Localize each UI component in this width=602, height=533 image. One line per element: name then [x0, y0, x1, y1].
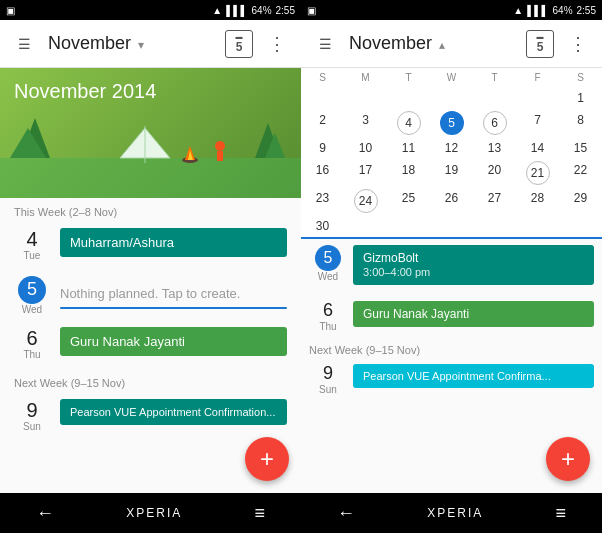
right-signal-bars: ▌▌▌ — [527, 5, 548, 16]
left-nothing-text[interactable]: Nothing planned. Tap to create. — [60, 276, 287, 303]
left-fab[interactable]: + — [245, 437, 289, 481]
right-status-left: ▣ — [307, 5, 316, 16]
left-day-5: 5 Wed Nothing planned. Tap to create. — [0, 270, 301, 321]
left-event-muharram[interactable]: Muharram/Ashura — [60, 228, 287, 257]
right-time: 2:55 — [577, 5, 596, 16]
left-home-button[interactable]: XPERIA — [126, 506, 182, 520]
right-cal-25[interactable]: 25 — [387, 187, 430, 215]
left-day-9-label: 9 Sun — [14, 399, 50, 432]
right-more-button[interactable]: ⋮ — [562, 28, 594, 60]
left-day-4-label: 4 Tue — [14, 228, 50, 261]
left-battery: 64% — [252, 5, 272, 16]
right-cal-19[interactable]: 19 — [430, 159, 473, 187]
right-cal-30[interactable]: 30 — [301, 215, 344, 237]
right-menu-nav-button[interactable]: ≡ — [555, 503, 566, 524]
right-cal-13[interactable]: 13 — [473, 137, 516, 159]
left-day-4-events: Muharram/Ashura — [60, 228, 287, 261]
left-back-button[interactable]: ← — [36, 503, 54, 524]
right-event-guru[interactable]: Guru Nanak Jayanti — [353, 301, 594, 327]
right-cal-4[interactable]: 4 — [397, 111, 421, 135]
right-cal-11[interactable]: 11 — [387, 137, 430, 159]
right-back-button[interactable]: ← — [337, 503, 355, 524]
right-cal-empty-4 — [430, 87, 473, 109]
right-week2-header: Next Week (9–15 Nov) — [301, 338, 602, 358]
right-cal-22[interactable]: 22 — [559, 159, 602, 187]
right-battery: 64% — [553, 5, 573, 16]
right-day-6: 6 Thu Guru Nanak Jayanti — [301, 295, 602, 338]
right-wd-f: F — [516, 70, 559, 85]
right-cal-6[interactable]: 6 — [483, 111, 507, 135]
left-title-text: November — [48, 33, 131, 53]
left-cal-num: 5 — [236, 40, 243, 54]
right-dropdown-icon[interactable]: ▴ — [439, 38, 445, 52]
right-cal-7[interactable]: 7 — [516, 109, 559, 137]
left-today-line — [60, 307, 287, 309]
left-day-6: 6 Thu Guru Nanak Jayanti — [0, 321, 301, 369]
right-cal-15[interactable]: 15 — [559, 137, 602, 159]
left-status-left: ▣ — [6, 5, 15, 16]
right-event-pearson[interactable]: Pearson VUE Appointment Confirma... — [353, 364, 594, 388]
right-cal-1[interactable]: 1 — [559, 87, 602, 109]
left-day-4-name: Tue — [14, 250, 50, 261]
right-cal-17[interactable]: 17 — [344, 159, 387, 187]
left-day-4-num: 4 — [14, 228, 50, 250]
right-cal-12[interactable]: 12 — [430, 137, 473, 159]
right-status-bar: ▣ ▲ ▌▌▌ 64% 2:55 — [301, 0, 602, 20]
right-wifi-icon: ▲ — [513, 5, 523, 16]
right-cal-empty-1 — [301, 87, 344, 109]
left-panel: ▣ ▲ ▌▌▌ 64% 2:55 ☰ November ▾ ▬ 5 ⋮ Nove… — [0, 0, 301, 533]
right-cal-18[interactable]: 18 — [387, 159, 430, 187]
left-nav-bar: ← XPERIA ≡ — [0, 493, 301, 533]
left-menu-button[interactable]: ☰ — [8, 28, 40, 60]
right-cal-20[interactable]: 20 — [473, 159, 516, 187]
right-cal-24[interactable]: 24 — [354, 189, 378, 213]
right-cal-27[interactable]: 27 — [473, 187, 516, 215]
right-day-5-name: Wed — [309, 271, 347, 282]
right-menu-button[interactable]: ☰ — [309, 28, 341, 60]
right-cal-28[interactable]: 28 — [516, 187, 559, 215]
right-cal-26[interactable]: 26 — [430, 187, 473, 215]
right-cal-21[interactable]: 21 — [526, 161, 550, 185]
left-event-pearson[interactable]: Pearson VUE Appointment Confirmation... — [60, 399, 287, 425]
left-more-button[interactable]: ⋮ — [261, 28, 293, 60]
right-day-6-name: Thu — [309, 321, 347, 332]
left-calendar-button[interactable]: ▬ 5 — [225, 30, 253, 58]
left-day-5-num: 5 — [18, 276, 46, 304]
right-day-9: 9 Sun Pearson VUE Appointment Confirma..… — [301, 358, 602, 401]
right-cal-10[interactable]: 10 — [344, 137, 387, 159]
right-event-gizmobolt[interactable]: GizmoBolt3:00–4:00 pm — [353, 245, 594, 285]
right-cal-14[interactable]: 14 — [516, 137, 559, 159]
right-day-9-label: 9 Sun — [309, 364, 347, 395]
right-cal-23[interactable]: 23 — [301, 187, 344, 215]
right-day-9-num: 9 — [309, 364, 347, 384]
right-home-button[interactable]: XPERIA — [427, 506, 483, 520]
right-cal-16[interactable]: 16 — [301, 159, 344, 187]
right-day-6-label: 6 Thu — [309, 301, 347, 332]
right-cal-9[interactable]: 9 — [301, 137, 344, 159]
right-title-text: November — [349, 33, 432, 53]
right-event-gizmobolt-time: 3:00–4:00 pm — [363, 266, 430, 278]
right-cal-num: 5 — [537, 40, 544, 54]
right-cal-5[interactable]: 5 — [440, 111, 464, 135]
left-day-9: 9 Sun Pearson VUE Appointment Confirmati… — [0, 393, 301, 441]
left-day-9-name: Sun — [14, 421, 50, 432]
right-cal-29[interactable]: 29 — [559, 187, 602, 215]
right-day-5-events: GizmoBolt3:00–4:00 pm — [353, 245, 594, 289]
svg-rect-0 — [0, 158, 301, 198]
right-toolbar-icons: ▬ 5 ⋮ — [526, 28, 594, 60]
right-fab[interactable]: + — [546, 437, 590, 481]
right-cal-3[interactable]: 3 — [344, 109, 387, 137]
left-dropdown-icon[interactable]: ▾ — [138, 38, 144, 52]
right-calendar-button[interactable]: ▬ 5 — [526, 30, 554, 58]
right-day-9-name: Sun — [309, 384, 347, 395]
right-wd-s2: S — [559, 70, 602, 85]
left-day-5-label: 5 Wed — [14, 276, 50, 315]
left-event-guru[interactable]: Guru Nanak Jayanti — [60, 327, 287, 356]
right-cal-2[interactable]: 2 — [301, 109, 344, 137]
right-cal-8[interactable]: 8 — [559, 109, 602, 137]
left-toolbar: ☰ November ▾ ▬ 5 ⋮ — [0, 20, 301, 68]
left-day-5-events: Nothing planned. Tap to create. — [60, 276, 287, 309]
right-cal-empty-3 — [387, 87, 430, 109]
left-menu-nav-button[interactable]: ≡ — [254, 503, 265, 524]
right-cal-days: 1 2 3 4 5 6 7 8 9 10 11 12 13 14 15 16 1… — [301, 87, 602, 237]
